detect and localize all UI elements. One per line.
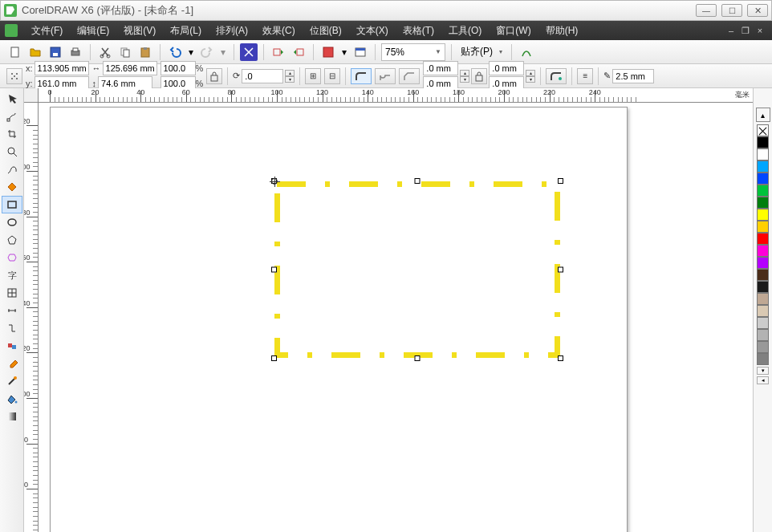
corner-lock-button[interactable] [471, 68, 487, 84]
wrap-text-button[interactable]: ≡ [577, 68, 593, 84]
mirror-h-button[interactable]: ⊞ [305, 68, 321, 84]
dimension-tool[interactable] [2, 302, 22, 319]
cut-button[interactable] [96, 43, 114, 61]
save-button[interactable] [47, 43, 64, 61]
menu-bitmap[interactable]: 位图(B) [303, 22, 349, 40]
mdi-minimize-button[interactable]: – [724, 25, 738, 36]
swatch[interactable] [757, 281, 769, 293]
handle-ml[interactable] [271, 267, 277, 273]
menu-text[interactable]: 文本(X) [349, 22, 396, 40]
table-tool[interactable] [2, 284, 22, 302]
redo-button[interactable] [198, 43, 216, 61]
handle-bm[interactable] [415, 355, 421, 361]
swatch-nofill[interactable] [757, 124, 769, 136]
snap-menu[interactable]: 贴齐(P)▾ [457, 43, 506, 61]
interactive-tool[interactable] [2, 337, 22, 355]
corner-chamfer-button[interactable] [399, 68, 420, 84]
relative-corner-button[interactable] [546, 68, 567, 84]
basic-shapes-tool[interactable] [2, 249, 22, 266]
swatch[interactable] [757, 245, 769, 257]
swatch[interactable] [757, 353, 769, 365]
connector-tool[interactable] [2, 319, 22, 337]
swatch[interactable] [757, 221, 769, 233]
swatch[interactable] [757, 197, 769, 209]
redo-dropdown[interactable]: ▾ [218, 43, 228, 61]
undo-dropdown[interactable]: ▾ [186, 43, 196, 61]
swatch[interactable] [757, 341, 769, 353]
swatch[interactable] [757, 209, 769, 221]
zoom-tool[interactable] [2, 143, 22, 160]
menu-tools[interactable]: 工具(O) [441, 22, 489, 40]
angle-input[interactable] [242, 69, 283, 83]
menu-layout[interactable]: 布局(L) [163, 22, 209, 40]
ellipse-tool[interactable] [2, 213, 22, 231]
maximize-button[interactable]: ☐ [721, 4, 742, 17]
corner-spinner-l[interactable]: ▴▾ [460, 70, 469, 83]
corner-round-button[interactable] [351, 68, 372, 84]
polygon-tool[interactable] [2, 231, 22, 249]
handle-br[interactable] [558, 355, 563, 361]
interactive-fill-tool[interactable] [2, 408, 22, 425]
handle-bl[interactable] [271, 355, 277, 361]
lock-ratio-button[interactable] [206, 68, 222, 84]
undo-button[interactable] [166, 43, 184, 61]
swatch[interactable] [757, 329, 769, 341]
swatch[interactable] [757, 305, 769, 317]
handle-center[interactable] [271, 178, 278, 185]
corner-tr-input[interactable] [489, 61, 524, 75]
x-input[interactable] [35, 61, 89, 75]
copy-button[interactable] [116, 43, 134, 61]
viewport[interactable] [39, 103, 753, 532]
menu-help[interactable]: 帮助(H) [538, 22, 586, 40]
mirror-v-button[interactable]: ⊟ [324, 68, 340, 84]
ruler-vertical[interactable]: 2202001801601401201008060 [24, 103, 39, 532]
selected-rectangle[interactable] [274, 181, 560, 358]
app-launcher-dropdown[interactable]: ▾ [339, 43, 349, 61]
pick-tool[interactable] [2, 90, 22, 108]
options-button[interactable] [518, 43, 535, 61]
crop-tool[interactable] [2, 125, 22, 143]
swatch[interactable] [757, 148, 769, 160]
mdi-close-button[interactable]: × [753, 25, 767, 36]
app-launcher-button[interactable] [319, 43, 337, 61]
menu-view[interactable]: 视图(V) [116, 22, 163, 40]
welcome-button[interactable] [351, 43, 369, 61]
paste-button[interactable] [136, 43, 154, 61]
palette-down[interactable]: ▾ [757, 367, 769, 375]
palette-up[interactable]: ▴ [756, 108, 770, 122]
ruler-origin[interactable] [24, 88, 39, 103]
swatch[interactable] [757, 173, 769, 185]
menu-arrange[interactable]: 排列(A) [209, 22, 255, 40]
swatch[interactable] [757, 257, 769, 269]
menu-effects[interactable]: 效果(C) [255, 22, 303, 40]
eyedropper-tool[interactable] [2, 355, 22, 372]
smart-fill-tool[interactable] [2, 178, 22, 196]
new-button[interactable] [6, 43, 24, 61]
menu-window[interactable]: 窗口(W) [489, 22, 538, 40]
swatch-black[interactable] [757, 136, 769, 148]
search-button[interactable] [240, 43, 258, 61]
handle-tr[interactable] [558, 178, 563, 184]
swatch[interactable] [757, 317, 769, 329]
outline-width-input[interactable] [612, 69, 654, 83]
handle-mr[interactable] [558, 267, 563, 273]
angle-spinner[interactable]: ▴▾ [285, 70, 295, 83]
swatch[interactable] [757, 185, 769, 197]
corner-scallop-button[interactable] [375, 68, 396, 84]
swatch[interactable] [757, 293, 769, 305]
swatch[interactable] [757, 160, 769, 173]
fill-tool[interactable] [2, 390, 22, 408]
export-button[interactable] [290, 43, 307, 61]
rectangle-tool[interactable] [2, 196, 22, 213]
handle-tm[interactable] [415, 178, 421, 184]
import-button[interactable] [270, 43, 287, 61]
scale-x-input[interactable] [160, 61, 196, 75]
zoom-combo[interactable]: 75%▼ [381, 43, 445, 61]
ruler-horizontal[interactable]: 毫米 020406080100120140160180200220240 [39, 88, 753, 103]
shape-tool[interactable] [2, 108, 22, 125]
close-button[interactable]: ✕ [747, 4, 768, 17]
print-button[interactable] [67, 43, 84, 61]
corner-spinner-r[interactable]: ▴▾ [526, 70, 535, 83]
swatch[interactable] [757, 233, 769, 245]
menu-edit[interactable]: 编辑(E) [70, 22, 116, 40]
